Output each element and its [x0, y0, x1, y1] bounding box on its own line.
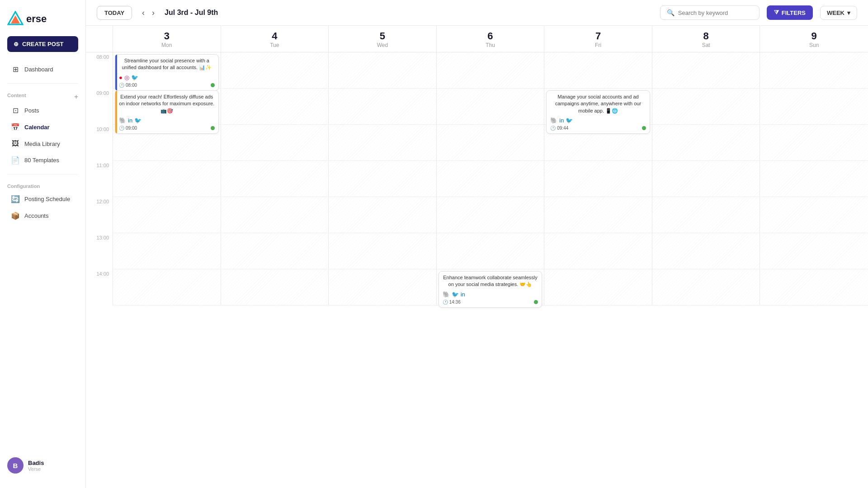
prev-arrow-button[interactable]: ‹: [139, 7, 147, 19]
linkedin-icon: in: [128, 117, 132, 124]
week-selector-button[interactable]: WEEK ▾: [820, 6, 857, 20]
cell-tue-1400[interactable]: [221, 269, 329, 305]
cell-sun-1300[interactable]: [760, 233, 868, 269]
cell-sun-1400[interactable]: [760, 269, 868, 305]
search-icon: 🔍: [667, 9, 675, 16]
day-header-fri: 7 Fri: [544, 26, 652, 52]
cell-mon-0900[interactable]: Extend your reach! Effortlessly diffuse …: [113, 89, 221, 125]
cell-fri-1200[interactable]: [544, 197, 652, 233]
sidebar-item-media-library[interactable]: 🖼 Media Library: [4, 136, 82, 152]
cell-tue-1200[interactable]: [221, 197, 329, 233]
search-input[interactable]: [678, 9, 750, 16]
search-box: 🔍: [660, 5, 760, 20]
user-name: Badis: [28, 460, 44, 466]
cell-mon-1100[interactable]: [113, 161, 221, 197]
cell-mon-1300[interactable]: [113, 233, 221, 269]
day-number: 4: [223, 31, 327, 41]
cell-sat-1100[interactable]: [652, 161, 760, 197]
clock-icon: 🕐: [119, 126, 124, 131]
today-button[interactable]: TODAY: [97, 6, 132, 20]
cell-sat-1400[interactable]: [652, 269, 760, 305]
time-label-1400: 14:00: [86, 269, 113, 305]
time-label-1100: 11:00: [86, 161, 113, 197]
nav-arrows: ‹ ›: [139, 7, 157, 19]
event-card-3[interactable]: Manage your social accounts and ad campa…: [546, 90, 650, 134]
cell-thu-1400[interactable]: Enhance teamwork collaborate seamlessly …: [437, 269, 545, 305]
sidebar-item-calendar[interactable]: 📅 Calendar: [4, 119, 82, 136]
cell-fri-1400[interactable]: [544, 269, 652, 305]
day-header-sun: 9 Sun: [760, 26, 868, 52]
cell-sat-1300[interactable]: [652, 233, 760, 269]
cell-thu-1300[interactable]: [437, 233, 545, 269]
cell-tue-1300[interactable]: [221, 233, 329, 269]
event-card-2[interactable]: Extend your reach! Effortlessly diffuse …: [115, 90, 219, 134]
twitter-icon: 🐦: [131, 74, 138, 81]
cell-thu-1000[interactable]: [437, 125, 545, 161]
event-card-4[interactable]: Enhance teamwork collaborate seamlessly …: [439, 271, 542, 308]
cell-sat-0800[interactable]: [652, 52, 760, 89]
cell-mon-1400[interactable]: [113, 269, 221, 305]
cell-fri-1100[interactable]: [544, 161, 652, 197]
event-card-1[interactable]: Streamline your social presence with a u…: [115, 54, 219, 91]
sidebar-item-templates[interactable]: 📄 80 Templates: [4, 152, 82, 169]
cell-sun-1100[interactable]: [760, 161, 868, 197]
time-label-0900: 09:00: [86, 89, 113, 125]
cell-sat-1000[interactable]: [652, 125, 760, 161]
cell-sun-0800[interactable]: [760, 52, 868, 89]
filters-button[interactable]: ⧩ FILTERS: [767, 5, 813, 20]
sidebar-item-label: Calendar: [24, 124, 50, 131]
next-arrow-button[interactable]: ›: [149, 7, 157, 19]
cell-sun-1200[interactable]: [760, 197, 868, 233]
cell-wed-0900[interactable]: [329, 89, 437, 125]
day-number: 5: [330, 31, 434, 41]
sidebar-divider-1: [7, 83, 78, 84]
cell-tue-0800[interactable]: [221, 52, 329, 89]
sidebar-item-label: Posts: [24, 107, 39, 114]
cell-tue-1100[interactable]: [221, 161, 329, 197]
time-column-header: [86, 26, 113, 52]
cell-sat-0900[interactable]: [652, 89, 760, 125]
sidebar-item-dashboard[interactable]: ⊞ Dashboard: [4, 61, 82, 78]
cell-thu-0900[interactable]: [437, 89, 545, 125]
cell-mon-1200[interactable]: [113, 197, 221, 233]
mastodon-icon: 🐘: [443, 291, 450, 298]
cell-tue-0900[interactable]: [221, 89, 329, 125]
social-icons: 🐘 in 🐦: [119, 117, 142, 124]
cell-sun-1000[interactable]: [760, 125, 868, 161]
pinterest-icon: ●: [119, 74, 123, 81]
cell-fri-0800[interactable]: [544, 52, 652, 89]
cell-thu-1100[interactable]: [437, 161, 545, 197]
cell-thu-1200[interactable]: [437, 197, 545, 233]
cell-sat-1200[interactable]: [652, 197, 760, 233]
sidebar-item-posts[interactable]: ⊡ Posts: [4, 102, 82, 119]
cell-fri-0900[interactable]: Manage your social accounts and ad campa…: [544, 89, 652, 125]
cell-wed-1200[interactable]: [329, 197, 437, 233]
verse-logo-icon: [7, 11, 24, 27]
create-post-button[interactable]: ⊕ CREATE POST: [7, 36, 78, 52]
sidebar-item-posting-schedule[interactable]: 🔄 Posting Schedule: [4, 191, 82, 207]
sidebar-item-accounts[interactable]: 📦 Accounts: [4, 207, 82, 224]
cell-mon-0800[interactable]: Streamline your social presence with a u…: [113, 52, 221, 89]
cell-wed-1000[interactable]: [329, 125, 437, 161]
clock-icon: 🕐: [119, 83, 124, 88]
day-name: Sat: [654, 42, 758, 48]
day-name: Mon: [115, 42, 219, 48]
status-dot: [534, 300, 538, 304]
event-footer: ● ◎ 🐦: [119, 74, 215, 81]
cell-wed-1400[interactable]: [329, 269, 437, 305]
day-number: 8: [654, 31, 758, 41]
cell-fri-1300[interactable]: [544, 233, 652, 269]
cell-wed-1100[interactable]: [329, 161, 437, 197]
sidebar-divider-2: [7, 174, 78, 174]
cell-sun-0900[interactable]: [760, 89, 868, 125]
instagram-icon: ◎: [124, 74, 129, 81]
cell-wed-1300[interactable]: [329, 233, 437, 269]
day-number: 6: [439, 31, 542, 41]
event-border: [115, 91, 117, 133]
linkedin-icon: in: [461, 291, 465, 298]
cell-tue-1000[interactable]: [221, 125, 329, 161]
week-label: WEEK: [827, 9, 844, 16]
cell-wed-0800[interactable]: [329, 52, 437, 89]
cell-thu-0800[interactable]: [437, 52, 545, 89]
sidebar-item-label: 80 Templates: [24, 157, 59, 164]
